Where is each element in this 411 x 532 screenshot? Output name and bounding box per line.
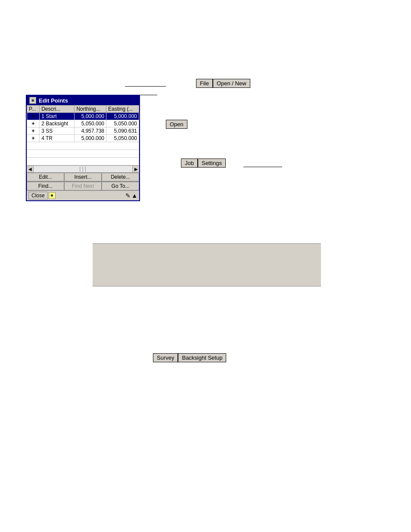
settings-underline bbox=[243, 167, 282, 167]
scroll-left-arrow[interactable]: ◀ bbox=[27, 166, 34, 172]
dialog-buttons-row2: Find... Find Next Go To... bbox=[27, 181, 139, 190]
table-row-empty bbox=[27, 158, 139, 165]
points-table: P... Descri... Northing... Easting (... … bbox=[27, 105, 139, 165]
table-row[interactable]: + 2 Backsight 5,050.000 5,050.000 bbox=[27, 120, 139, 128]
scroll-right-arrow[interactable]: ▶ bbox=[132, 166, 139, 172]
col-header-p[interactable]: P... bbox=[27, 106, 40, 113]
row-northing: 5,000.000 bbox=[75, 113, 106, 120]
row-easting: 5,090.631 bbox=[106, 128, 139, 135]
job-settings-container: Job Settings bbox=[181, 159, 226, 168]
table-row[interactable]: + 3 SS 4,957.738 5,090.631 bbox=[27, 128, 139, 135]
dialog-titlebar: ■ Edit Points bbox=[27, 96, 139, 105]
row-plus: + bbox=[27, 113, 40, 120]
expand-icon: ▲ bbox=[131, 192, 137, 199]
row-easting: 5,050.000 bbox=[106, 135, 139, 142]
row-num: 4 TR bbox=[40, 135, 75, 142]
file-button[interactable]: File bbox=[196, 79, 213, 88]
edit-button[interactable]: Edit... bbox=[27, 173, 64, 181]
close-button[interactable]: Close bbox=[28, 192, 48, 199]
open-button-container: Open bbox=[166, 120, 187, 129]
pencil-icon: ✎ bbox=[125, 192, 131, 199]
insert-button[interactable]: Insert... bbox=[64, 173, 102, 181]
row-easting: 5,000.000 bbox=[106, 113, 139, 120]
open-button[interactable]: Open bbox=[166, 120, 187, 129]
survey-button[interactable]: Survey bbox=[153, 353, 178, 362]
col-header-northing[interactable]: Northing... bbox=[75, 106, 106, 113]
col-header-easting[interactable]: Easting (... bbox=[106, 106, 139, 113]
table-row-empty bbox=[27, 142, 139, 150]
row-plus: + bbox=[27, 128, 40, 135]
settings-button[interactable]: Settings bbox=[198, 159, 226, 168]
delete-button[interactable]: Delete... bbox=[102, 173, 139, 181]
row-plus: + bbox=[27, 135, 40, 142]
find-button[interactable]: Find... bbox=[27, 182, 64, 190]
row-northing: 5,000.000 bbox=[75, 135, 106, 142]
backsight-setup-button[interactable]: Backsight Setup bbox=[178, 353, 226, 362]
dialog-title: Edit Points bbox=[39, 97, 68, 104]
dialog-footer: Close ★ ✎ ▲ bbox=[27, 190, 139, 200]
scroll-track[interactable]: │││ bbox=[34, 166, 132, 172]
survey-section: Survey Backsight Setup bbox=[153, 353, 226, 362]
row-northing: 4,957.738 bbox=[75, 128, 106, 135]
row-easting: 5,050.000 bbox=[106, 120, 139, 128]
find-next-button: Find Next bbox=[64, 182, 102, 190]
row-num: 2 Backsight bbox=[40, 120, 75, 128]
dialog-buttons-row1: Edit... Insert... Delete... bbox=[27, 172, 139, 181]
horizontal-scrollbar[interactable]: ◀ │││ ▶ bbox=[27, 165, 139, 172]
col-header-desc[interactable]: Descri... bbox=[40, 106, 75, 113]
gray-content-box bbox=[93, 243, 321, 286]
underline-1 bbox=[125, 86, 166, 87]
open-new-button[interactable]: Open / New bbox=[213, 79, 250, 88]
go-to-button[interactable]: Go To... bbox=[102, 182, 139, 190]
row-num: 3 SS bbox=[40, 128, 75, 135]
row-plus: + bbox=[27, 120, 40, 128]
row-num: 1 Start bbox=[40, 113, 75, 120]
dialog-app-icon: ■ bbox=[29, 97, 36, 104]
table-row[interactable]: + 1 Start 5,000.000 5,000.000 bbox=[27, 113, 139, 120]
job-button[interactable]: Job bbox=[181, 159, 198, 168]
table-row-empty bbox=[27, 150, 139, 158]
row-northing: 5,050.000 bbox=[75, 120, 106, 128]
edit-points-dialog: ■ Edit Points P... Descri... Northing...… bbox=[26, 95, 140, 201]
table-row[interactable]: + 4 TR 5,000.000 5,050.000 bbox=[27, 135, 139, 142]
star-icon: ★ bbox=[49, 192, 56, 199]
